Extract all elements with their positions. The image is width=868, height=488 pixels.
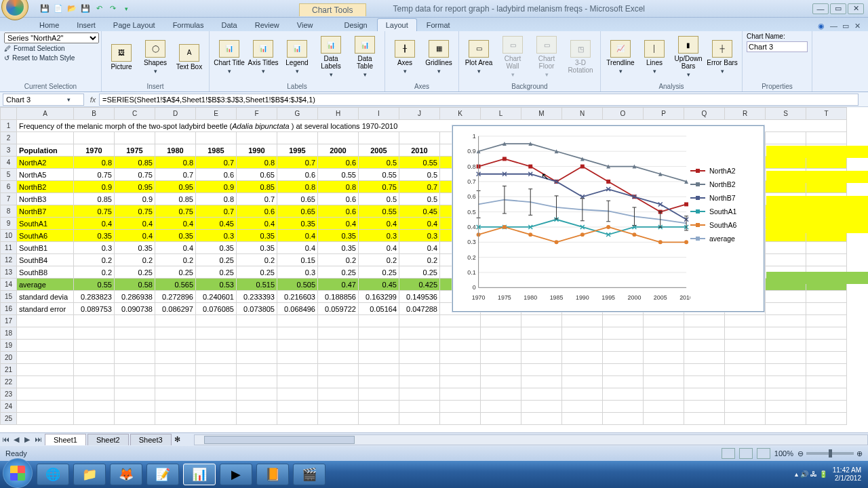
- svg-point-42: [528, 232, 532, 237]
- updown-bars-button[interactable]: ▮Up/Down Bars▾: [673, 35, 704, 79]
- data-table-button[interactable]: 📊Data Table▾: [349, 35, 380, 79]
- tab-insert[interactable]: Insert: [68, 19, 104, 31]
- tab-nav-next-icon[interactable]: ▶: [22, 435, 33, 444]
- start-button[interactable]: [3, 458, 33, 488]
- tab-review[interactable]: Review: [247, 19, 288, 31]
- tab-page-layout[interactable]: Page Layout: [105, 19, 163, 31]
- picture-button[interactable]: 🖼Picture: [106, 35, 137, 79]
- taskbar-notes-icon[interactable]: 📝: [146, 464, 179, 485]
- trendline-icon: 📈: [610, 40, 631, 58]
- tab-formulas[interactable]: Formulas: [165, 19, 212, 31]
- tray-icons[interactable]: ▴ 🔊 🖧 🔋: [795, 470, 827, 479]
- svg-text:0.3: 0.3: [467, 239, 475, 245]
- axis-titles-icon: 📊: [253, 40, 273, 58]
- worksheet-grid[interactable]: ABCDEFGHIJKLMNOPQRST1Frequency of the me…: [0, 107, 868, 432]
- zoom-slider[interactable]: [806, 452, 854, 455]
- chart-element-selector[interactable]: Series "NorthA2": [4, 33, 99, 43]
- tab-data[interactable]: Data: [213, 19, 245, 31]
- tab-layout[interactable]: Layout: [377, 18, 417, 31]
- name-box[interactable]: ▾: [3, 94, 84, 106]
- taskbar-ie-icon[interactable]: 🌐: [37, 464, 69, 485]
- legend-button[interactable]: 📊Legend▾: [281, 35, 313, 79]
- shapes-button[interactable]: ◯Shapes▾: [140, 35, 171, 79]
- chart-legend[interactable]: NorthA2NorthB2NorthB7SouthA1SouthA6avera…: [690, 130, 760, 307]
- view-layout-button[interactable]: [739, 448, 753, 459]
- doc-minimize-icon[interactable]: —: [830, 22, 840, 31]
- svg-text:1975: 1975: [498, 294, 511, 301]
- title-area: Chart Tools Temp data for report graph -…: [132, 2, 812, 15]
- qat-more-icon[interactable]: ▾: [121, 3, 132, 14]
- formula-input[interactable]: =SERIES(Sheet1!$A$4,Sheet1!$B$3:$J$3,She…: [99, 94, 859, 106]
- data-labels-button[interactable]: 📊Data Labels▾: [315, 35, 347, 79]
- tab-view[interactable]: View: [289, 19, 321, 31]
- zoom-in-button[interactable]: ⊕: [856, 449, 863, 458]
- horizontal-scrollbar[interactable]: [194, 434, 868, 445]
- group-label-current-selection: Current Selection: [4, 81, 97, 92]
- chart-title-button[interactable]: 📊Chart Title▾: [214, 35, 245, 79]
- trendline-button[interactable]: 📈Trendline▾: [605, 35, 636, 79]
- axis-titles-button[interactable]: 📊Axis Titles▾: [248, 35, 279, 79]
- redo-icon[interactable]: ↷: [107, 3, 118, 14]
- group-label-labels: Labels: [214, 81, 380, 92]
- save-icon[interactable]: 💾: [39, 3, 50, 14]
- help-icon[interactable]: ◉: [818, 22, 827, 31]
- data-labels-icon: 📊: [321, 36, 341, 54]
- fx-icon[interactable]: fx: [87, 96, 99, 104]
- svg-text:2005: 2005: [654, 294, 667, 301]
- maximize-button[interactable]: ▭: [830, 3, 846, 14]
- tab-nav-first-icon[interactable]: ⏮: [0, 435, 11, 444]
- svg-text:0: 0: [473, 284, 476, 291]
- zoom-out-button[interactable]: ⊖: [797, 449, 804, 458]
- minimize-button[interactable]: —: [812, 3, 829, 14]
- tab-format[interactable]: Format: [418, 19, 458, 31]
- doc-restore-icon[interactable]: ▭: [842, 22, 852, 31]
- svg-rect-32: [502, 157, 507, 161]
- sheet-tab-sheet1[interactable]: Sheet1: [45, 434, 86, 445]
- group-label-axes: Axes: [389, 81, 454, 92]
- chart-wall-icon: ▭: [502, 36, 523, 54]
- taskbar-firefox-icon[interactable]: 🦊: [110, 464, 142, 485]
- taskbar-excel-icon[interactable]: 📊: [183, 464, 216, 485]
- taskbar-media-icon[interactable]: ▶: [220, 464, 252, 485]
- error-bars-icon: ┼: [712, 40, 732, 58]
- ribbon: Series "NorthA2" 🖉Format Selection ↺Rese…: [0, 31, 868, 92]
- new-sheet-icon[interactable]: ✻: [174, 435, 180, 444]
- new-icon[interactable]: 📄: [53, 3, 64, 14]
- open-icon[interactable]: 📂: [66, 3, 77, 14]
- axes-button[interactable]: ╂Axes▾: [389, 35, 420, 79]
- reset-style-button[interactable]: ↺Reset to Match Style: [4, 54, 75, 62]
- doc-close-icon[interactable]: ✕: [854, 22, 864, 31]
- taskbar-explorer-icon[interactable]: 📁: [73, 464, 106, 485]
- undo-icon[interactable]: ↶: [94, 3, 104, 14]
- error-bars-button[interactable]: ┼Error Bars▾: [707, 35, 738, 79]
- sheet-tab-sheet3[interactable]: Sheet3: [130, 434, 172, 445]
- plot-area-button[interactable]: ▭Plot Area▾: [463, 35, 494, 79]
- tab-design[interactable]: Design: [336, 19, 375, 31]
- save-icon-2[interactable]: 💾: [80, 3, 91, 14]
- sheet-tab-sheet2[interactable]: Sheet2: [87, 434, 129, 445]
- view-pagebreak-button[interactable]: [757, 448, 770, 459]
- rotation-button: ◳3-D Rotation: [565, 35, 596, 79]
- status-ready: Ready: [5, 449, 27, 458]
- tab-nav-last-icon[interactable]: ⏭: [33, 435, 43, 444]
- close-button[interactable]: ✕: [848, 3, 864, 14]
- tab-nav-prev-icon[interactable]: ◀: [11, 435, 22, 444]
- svg-text:0.6: 0.6: [467, 193, 475, 200]
- embedded-chart[interactable]: 00.10.20.30.40.50.60.70.80.9119701975198…: [452, 125, 764, 312]
- view-normal-button[interactable]: [722, 448, 735, 459]
- lines-button[interactable]: │Lines▾: [639, 35, 670, 79]
- svg-rect-33: [528, 165, 532, 169]
- taskbar-movie-icon[interactable]: 🎬: [293, 464, 326, 485]
- formula-bar: ▾ fx =SERIES(Sheet1!$A$4,Sheet1!$B$3:$J$…: [0, 92, 868, 107]
- gridlines-button[interactable]: ▦Gridlines▾: [423, 35, 454, 79]
- chart-name-input[interactable]: [747, 41, 808, 52]
- tab-home[interactable]: Home: [31, 19, 67, 31]
- svg-text:1970: 1970: [472, 294, 486, 301]
- format-selection-button[interactable]: 🖉Format Selection: [4, 44, 65, 53]
- textbox-button[interactable]: AText Box: [174, 35, 205, 79]
- chart-plot-area[interactable]: 00.10.20.30.40.50.60.70.80.9119701975198…: [456, 130, 690, 307]
- svg-point-45: [606, 225, 610, 229]
- name-box-input[interactable]: [6, 96, 67, 104]
- taskbar-powerpoint-icon[interactable]: 📙: [256, 464, 289, 485]
- svg-text:0.9: 0.9: [467, 148, 475, 155]
